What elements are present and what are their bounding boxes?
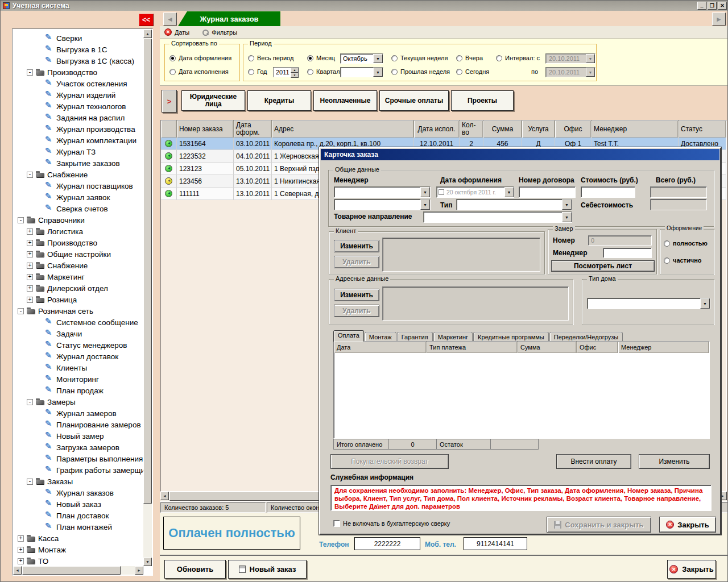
- expand-toggle-icon[interactable]: [18, 308, 24, 314]
- tree-item[interactable]: Маркетинг: [13, 271, 143, 282]
- tree-item[interactable]: Системное сообщение: [13, 317, 143, 328]
- cost-field[interactable]: [581, 186, 635, 198]
- client-edit-button[interactable]: Изменить: [334, 240, 379, 252]
- yesterday-option[interactable]: Вчера: [456, 55, 483, 61]
- tree-item[interactable]: Журнал заявок: [13, 192, 143, 203]
- sort-by-issue-option[interactable]: Дата оформления: [169, 55, 231, 61]
- address-edit-button[interactable]: Изменить: [334, 289, 379, 301]
- tree-item[interactable]: Загрузка замеров: [13, 442, 143, 453]
- close-button[interactable]: ✕: [718, 2, 727, 10]
- dialog-tab[interactable]: Переделки/Недогрузы: [549, 332, 623, 342]
- expand-toggle-icon[interactable]: [27, 274, 33, 280]
- whole-period-option[interactable]: Весь период: [248, 55, 293, 61]
- scroll-up-icon[interactable]: ▲: [143, 30, 152, 38]
- tree-item[interactable]: План монтажей: [13, 521, 143, 533]
- expand-toggle-icon[interactable]: [27, 285, 33, 292]
- interval-to-date[interactable]: 20.10.2011▼: [545, 67, 595, 77]
- tree-horizontal-scrollbar[interactable]: ◄ ►: [13, 566, 143, 575]
- quarter-select[interactable]: ▼: [340, 67, 383, 77]
- radio-icon[interactable]: [169, 55, 176, 61]
- tree-item[interactable]: Заказы: [13, 476, 143, 487]
- measurement-manager-field[interactable]: [603, 248, 652, 258]
- tree-item[interactable]: Новый замер: [13, 430, 143, 442]
- tree-item[interactable]: Задачи: [13, 328, 143, 339]
- order-type-select[interactable]: ▼: [456, 199, 572, 210]
- tree-item[interactable]: Журнал ТЗ: [13, 146, 143, 157]
- tree-item[interactable]: Производство: [13, 66, 143, 78]
- tree-item[interactable]: Касса: [13, 533, 143, 544]
- tree-item[interactable]: План продаж: [13, 385, 143, 396]
- quick-tab-legal-entities[interactable]: Юридические лица: [181, 90, 245, 111]
- dialog-title-bar[interactable]: Карточка заказа: [321, 149, 719, 160]
- expand-toggle-icon[interactable]: [27, 172, 33, 178]
- expand-toggle-icon[interactable]: [27, 228, 33, 235]
- tree-item[interactable]: Общие настройки: [13, 248, 143, 260]
- filters-tool[interactable]: Фильтры: [202, 29, 237, 36]
- restore-button[interactable]: ❐: [708, 2, 717, 10]
- tree-item[interactable]: Журнал производства: [13, 123, 143, 135]
- manager-select-2[interactable]: ▼: [334, 199, 431, 210]
- tree-item[interactable]: Дилерский отдел: [13, 282, 143, 294]
- product-direction-select[interactable]: ▼: [423, 211, 572, 223]
- tree-item[interactable]: Снабжение: [13, 260, 143, 271]
- quick-tabs-more-button[interactable]: >: [162, 90, 177, 113]
- column-header[interactable]: Кол-во: [460, 120, 483, 138]
- current-week-option[interactable]: Текущая неделя: [391, 55, 448, 61]
- last-week-option[interactable]: Прошлая неделя: [391, 68, 450, 75]
- tree-item[interactable]: Новый заказ: [13, 498, 143, 510]
- new-order-button[interactable]: Новый заказ: [228, 560, 307, 579]
- checkbox-icon[interactable]: [439, 189, 444, 195]
- manager-select[interactable]: ▼: [334, 186, 431, 198]
- dialog-tab[interactable]: Монтаж: [365, 332, 396, 342]
- phone-value[interactable]: 2222222: [354, 537, 420, 550]
- tab-prev-button[interactable]: ◄: [163, 13, 177, 26]
- column-header[interactable]: Сумма: [518, 342, 577, 353]
- add-payment-button[interactable]: Внести оплату: [556, 454, 631, 469]
- tree-item[interactable]: Выгрузка в 1С (касса): [13, 55, 143, 66]
- tree-item[interactable]: Замеры: [13, 396, 143, 408]
- tree-item[interactable]: Выгрузка в 1С: [13, 44, 143, 55]
- interval-from-date[interactable]: 20.10.2011▼: [545, 53, 595, 64]
- column-header[interactable]: Статус: [679, 120, 726, 138]
- column-header[interactable]: Офис: [577, 342, 618, 353]
- quarter-option[interactable]: Квартал: [307, 68, 340, 75]
- mobile-value[interactable]: 9112414141: [464, 537, 527, 550]
- expand-toggle-icon[interactable]: [18, 217, 24, 223]
- expand-toggle-icon[interactable]: [27, 69, 33, 76]
- today-option[interactable]: Сегодня: [456, 68, 489, 75]
- quick-tab-projects[interactable]: Проекты: [451, 90, 514, 111]
- month-option[interactable]: Месяц: [307, 55, 335, 61]
- expand-toggle-icon[interactable]: [27, 251, 33, 257]
- edit-payment-button[interactable]: Изменить: [639, 454, 710, 469]
- tree-item[interactable]: Сверка счетов: [13, 203, 143, 214]
- tree-item[interactable]: Журнал технологов: [13, 101, 143, 112]
- column-header[interactable]: Дата испол.: [414, 120, 460, 138]
- dialog-tab[interactable]: Кредитные программы: [473, 332, 549, 342]
- quick-tab-credits[interactable]: Кредиты: [247, 90, 311, 111]
- checkbox-icon[interactable]: [333, 520, 340, 527]
- chevron-down-icon[interactable]: ▼: [420, 199, 430, 210]
- expand-toggle-icon[interactable]: [18, 547, 24, 553]
- tree-item[interactable]: Монтаж: [13, 544, 143, 555]
- column-header[interactable]: Услуга: [522, 120, 555, 138]
- tab-journal-orders[interactable]: Журнал заказов: [178, 11, 280, 26]
- tree-item[interactable]: Планирование замеров: [13, 419, 143, 430]
- tree-item[interactable]: Журнал поставщиков: [13, 180, 143, 192]
- tree-item[interactable]: Журнал замеров: [13, 408, 143, 419]
- tree-item[interactable]: Задания на распил: [13, 112, 143, 123]
- tree-item[interactable]: Клиенты: [13, 362, 143, 373]
- dialog-tab[interactable]: Гарантия: [397, 332, 433, 342]
- tree-item[interactable]: Сверки: [13, 32, 143, 44]
- title-bar[interactable]: Учетная система _ ❐ ✕: [1, 1, 728, 11]
- expand-toggle-icon[interactable]: [27, 479, 33, 485]
- expand-toggle-icon[interactable]: [27, 240, 33, 246]
- expand-toggle-icon[interactable]: [27, 263, 33, 269]
- column-header[interactable]: Номер заказа: [177, 120, 234, 138]
- chevron-down-icon[interactable]: ▼: [373, 68, 383, 77]
- chevron-down-icon[interactable]: ▼: [373, 54, 383, 63]
- tree-item[interactable]: ТО: [13, 555, 143, 566]
- spin-up-icon[interactable]: ▲: [291, 68, 299, 73]
- tree-item[interactable]: Розничная сеть: [13, 305, 143, 317]
- close-journal-button[interactable]: ✕ Закрыть: [667, 560, 716, 579]
- scroll-down-icon[interactable]: ▼: [143, 558, 152, 566]
